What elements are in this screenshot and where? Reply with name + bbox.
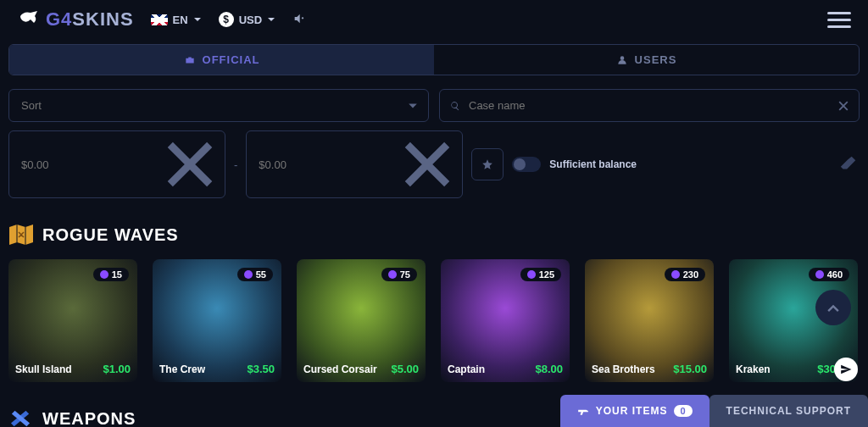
toggle-switch[interactable] — [512, 157, 541, 172]
currency-label: USD — [239, 14, 262, 26]
case-name: The Crew — [159, 363, 205, 375]
close-icon[interactable] — [838, 101, 849, 111]
send-button[interactable] — [834, 358, 858, 381]
gem-icon — [527, 270, 536, 279]
dollar-icon: $ — [219, 12, 234, 27]
mute-button[interactable] — [292, 12, 306, 28]
case-price: $1.00 — [103, 363, 131, 375]
panther-icon — [17, 9, 41, 30]
users-icon — [616, 54, 628, 66]
search-icon — [450, 101, 460, 111]
tab-official[interactable]: OFFICIAL — [9, 45, 434, 75]
clear-filters-button[interactable] — [839, 154, 860, 175]
your-items-label: YOUR ITEMS — [596, 405, 668, 417]
sort-select[interactable] — [8, 89, 429, 122]
crossed-guns-icon — [8, 408, 34, 427]
price-min-input[interactable] — [8, 130, 225, 198]
gem-icon — [671, 270, 680, 279]
uk-flag-icon — [151, 14, 168, 25]
case-card[interactable]: 230Sea Brothers$15.00 — [585, 259, 714, 382]
language-label: EN — [173, 14, 188, 26]
price-min-field[interactable] — [19, 158, 165, 172]
gem-badge: 55 — [237, 268, 273, 281]
search-field[interactable] — [467, 98, 832, 113]
site-logo[interactable]: G4SKINS — [17, 8, 134, 30]
support-button[interactable]: TECHNICAL SUPPORT — [709, 395, 868, 427]
tab-label: OFFICIAL — [203, 53, 260, 66]
section-title: WEAPONS — [42, 409, 136, 428]
items-count: 0 — [674, 405, 692, 417]
currency-selector[interactable]: $ USD — [219, 12, 275, 27]
hamburger-icon — [827, 12, 851, 14]
briefcase-icon — [184, 54, 196, 66]
star-icon — [481, 158, 493, 170]
sufficient-balance-toggle[interactable]: Sufficient balance — [512, 157, 637, 172]
case-card[interactable]: 125Captain$8.00 — [441, 259, 570, 382]
gem-badge: 75 — [381, 268, 417, 281]
gem-badge: 125 — [520, 268, 561, 281]
case-name: Cursed Corsair — [303, 363, 377, 375]
case-search[interactable] — [439, 89, 860, 122]
section-rogue-waves: ROGUE WAVES — [8, 224, 860, 246]
case-price: $5.00 — [391, 363, 419, 375]
case-card[interactable]: 55The Crew$3.50 — [153, 259, 281, 382]
case-name: Captain — [448, 363, 485, 375]
price-max-input[interactable] — [246, 130, 463, 198]
scroll-to-top-button[interactable] — [815, 290, 851, 325]
section-title: ROGUE WAVES — [42, 225, 179, 245]
case-grid: 15Skull Island$1.00 55The Crew$3.50 75Cu… — [8, 246, 860, 396]
support-label: TECHNICAL SUPPORT — [726, 405, 851, 417]
case-name: Kraken — [736, 363, 771, 375]
chevron-down-icon — [408, 101, 418, 111]
eraser-icon — [839, 154, 858, 173]
case-price: $3.50 — [247, 363, 275, 375]
your-items-button[interactable]: YOUR ITEMS 0 — [560, 395, 709, 427]
case-price: $15.00 — [673, 363, 707, 375]
gem-icon — [815, 270, 824, 279]
close-icon[interactable] — [165, 140, 214, 189]
gem-icon — [100, 270, 108, 279]
gem-icon — [244, 270, 253, 279]
case-source-tabs: OFFICIAL USERS — [8, 44, 860, 75]
case-price: $8.00 — [535, 363, 563, 375]
gem-badge: 15 — [93, 268, 129, 281]
case-card[interactable]: 75Cursed Corsair$5.00 — [297, 259, 426, 382]
price-max-field[interactable] — [257, 158, 403, 172]
language-selector[interactable]: EN — [151, 14, 202, 26]
sort-field[interactable] — [19, 98, 401, 113]
case-name: Skull Island — [15, 363, 72, 375]
chevron-down-icon — [193, 15, 202, 24]
case-name: Sea Brothers — [592, 363, 655, 375]
logo-text: G4SKINS — [46, 8, 134, 30]
chevron-down-icon — [267, 15, 275, 24]
case-card[interactable]: 15Skull Island$1.00 — [8, 259, 137, 382]
map-icon — [8, 224, 34, 246]
chevron-up-icon — [825, 299, 842, 316]
close-icon[interactable] — [403, 140, 452, 189]
volume-mute-icon — [292, 12, 306, 25]
favorites-button[interactable] — [471, 148, 504, 180]
paper-plane-icon — [840, 363, 852, 375]
gem-badge: 230 — [665, 268, 705, 281]
tab-users[interactable]: USERS — [434, 45, 859, 75]
range-dash: - — [234, 158, 237, 171]
gem-badge: 460 — [809, 268, 849, 281]
gun-icon — [577, 405, 589, 417]
gem-icon — [388, 270, 397, 279]
toggle-label: Sufficient balance — [549, 158, 637, 170]
tab-label: USERS — [635, 53, 677, 66]
menu-button[interactable] — [827, 12, 851, 28]
